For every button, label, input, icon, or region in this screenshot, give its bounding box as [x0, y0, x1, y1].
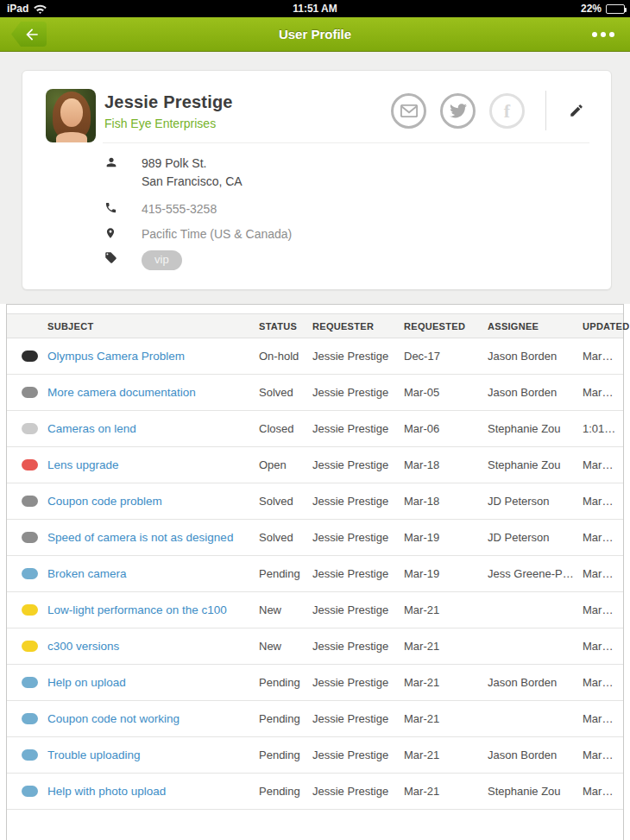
- ticket-row[interactable]: Help on upload Pending Jessie Prestige M…: [7, 665, 623, 701]
- ticket-status: Pending: [259, 712, 312, 725]
- facebook-button[interactable]: f: [489, 93, 525, 129]
- phone-row: 415-555-3258: [104, 200, 611, 218]
- ticket-assignee: Jason Borden: [488, 386, 583, 399]
- ticket-row[interactable]: c300 versions New Jessie Prestige Mar-21…: [7, 628, 623, 665]
- ticket-status: Solved: [259, 386, 312, 399]
- ticket-updated: Mar-21: [583, 676, 623, 689]
- ticket-requester: Jessie Prestige: [312, 531, 404, 544]
- ticket-subject-link[interactable]: Lens upgrade: [47, 458, 119, 471]
- ticket-subject-link[interactable]: Speed of camera is not as designed: [47, 531, 233, 544]
- address-row: 989 Polk St. San Francisco, CA: [104, 155, 611, 191]
- ticket-updated: Mar-21: [583, 531, 623, 544]
- table-header: SUBJECT STATUS REQUESTER REQUESTED ASSIG…: [7, 313, 623, 338]
- ticket-requested: Dec-17: [404, 350, 488, 363]
- back-arrow-icon: [23, 26, 41, 43]
- ticket-row[interactable]: Coupon code problem Solved Jessie Presti…: [7, 483, 623, 520]
- ticket-updated: Mar-21: [583, 567, 623, 580]
- ticket-subject-link[interactable]: Olympus Camera Problem: [47, 350, 185, 363]
- ticket-requester: Jessie Prestige: [312, 712, 404, 725]
- profile-card: Jessie Prestige Fish Eye Enterprises: [22, 70, 612, 290]
- ticket-subject-link[interactable]: Help with photo upload: [47, 785, 166, 798]
- ticket-row[interactable]: Speed of camera is not as designed Solve…: [7, 520, 623, 556]
- ticket-row[interactable]: Low-light performance on the c100 New Je…: [7, 592, 623, 628]
- ticket-row[interactable]: Trouble uploading Pending Jessie Prestig…: [7, 737, 623, 774]
- status-dot: [22, 713, 38, 724]
- ticket-updated: Mar-21: [583, 458, 623, 471]
- ticket-subject-link[interactable]: Trouble uploading: [47, 748, 141, 761]
- ticket-subject-link[interactable]: More camera documentation: [47, 386, 196, 399]
- ticket-subject-link[interactable]: Coupon code not working: [47, 712, 180, 725]
- vip-tag-badge: vip: [142, 250, 182, 270]
- ticket-subject-link[interactable]: Help on upload: [47, 676, 126, 689]
- ticket-subject-link[interactable]: Cameras on lend: [47, 422, 136, 435]
- email-button[interactable]: [391, 93, 426, 129]
- ticket-subject-link[interactable]: Coupon code problem: [47, 495, 162, 508]
- ticket-table-body: Olympus Camera Problem On-hold Jessie Pr…: [7, 338, 623, 810]
- ticket-subject-link[interactable]: Low-light performance on the c100: [47, 603, 227, 616]
- col-updated: UPDATED: [583, 321, 629, 332]
- col-status: STATUS: [259, 321, 312, 332]
- status-dot: [22, 568, 38, 579]
- tickets-table: SUBJECT STATUS REQUESTER REQUESTED ASSIG…: [6, 304, 624, 840]
- ticket-requested: Mar-18: [404, 458, 488, 471]
- battery-icon: [606, 4, 625, 14]
- status-dot: [22, 677, 38, 688]
- tag-icon: [104, 250, 142, 268]
- edit-button[interactable]: [564, 98, 589, 123]
- ticket-requester: Jessie Prestige: [312, 567, 404, 580]
- ticket-updated: 1:01 AM: [583, 422, 623, 435]
- ticket-row[interactable]: Cameras on lend Closed Jessie Prestige M…: [7, 411, 623, 447]
- timezone-row: Pacific Time (US & Canada): [104, 225, 611, 243]
- ticket-updated: Mar-21: [583, 603, 623, 616]
- ticket-updated: Mar-21: [583, 785, 623, 798]
- ticket-status: New: [259, 640, 312, 653]
- ticket-requester: Jessie Prestige: [312, 748, 404, 761]
- ticket-requested: Mar-21: [404, 712, 488, 725]
- profile-company: Fish Eye Enterprises: [104, 117, 233, 130]
- status-dot: [22, 604, 38, 616]
- ticket-updated: Mar-21: [583, 712, 623, 725]
- ticket-requester: Jessie Prestige: [312, 603, 404, 616]
- ticket-status: New: [259, 603, 312, 616]
- back-button[interactable]: [11, 22, 47, 47]
- col-subject: SUBJECT: [47, 321, 259, 332]
- ticket-row[interactable]: Broken camera Pending Jessie Prestige Ma…: [7, 556, 623, 592]
- timezone-value: Pacific Time (US & Canada): [142, 225, 292, 243]
- profile-section: Jessie Prestige Fish Eye Enterprises: [0, 52, 630, 304]
- status-dot: [22, 786, 38, 797]
- ticket-row[interactable]: Lens upgrade Open Jessie Prestige Mar-18…: [7, 447, 623, 483]
- ticket-row[interactable]: Coupon code not working Pending Jessie P…: [7, 701, 623, 737]
- twitter-icon: [450, 104, 467, 118]
- ticket-requested: Mar-05: [404, 386, 488, 399]
- ticket-status: Pending: [259, 676, 312, 689]
- divider: [103, 142, 589, 143]
- ticket-requested: Mar-19: [404, 531, 488, 544]
- app-screen: iPad 11:51 AM 22% User Profile Jessie P: [0, 0, 630, 840]
- ticket-status: Closed: [259, 422, 312, 435]
- avatar[interactable]: [46, 89, 96, 142]
- twitter-button[interactable]: [440, 93, 476, 129]
- ticket-row[interactable]: Olympus Camera Problem On-hold Jessie Pr…: [7, 338, 623, 375]
- envelope-icon: [400, 104, 418, 117]
- ticket-subject-link[interactable]: Broken camera: [47, 567, 127, 580]
- ticket-requested: Mar-18: [404, 495, 488, 508]
- col-assignee: ASSIGNEE: [488, 321, 583, 332]
- ticket-updated: Mar-21: [583, 640, 623, 653]
- ticket-assignee: Jason Borden: [488, 676, 583, 689]
- ticket-assignee: Jason Borden: [488, 350, 583, 363]
- ticket-status: Pending: [259, 567, 312, 580]
- ticket-subject-link[interactable]: c300 versions: [47, 640, 119, 653]
- status-dot: [22, 496, 38, 507]
- address-line1: 989 Polk St.: [142, 156, 207, 170]
- status-dot: [22, 423, 38, 434]
- phone-icon: [104, 200, 142, 218]
- profile-name: Jessie Prestige: [104, 92, 233, 112]
- ticket-updated: Mar-21: [583, 748, 623, 761]
- clock: 11:51 AM: [0, 3, 630, 15]
- ticket-row[interactable]: Help with photo upload Pending Jessie Pr…: [7, 774, 623, 810]
- ticket-row[interactable]: More camera documentation Solved Jessie …: [7, 375, 623, 411]
- more-options-button[interactable]: [592, 17, 614, 52]
- status-dot: [22, 532, 38, 543]
- status-dot: [22, 459, 38, 471]
- ticket-requested: Mar-06: [404, 422, 488, 435]
